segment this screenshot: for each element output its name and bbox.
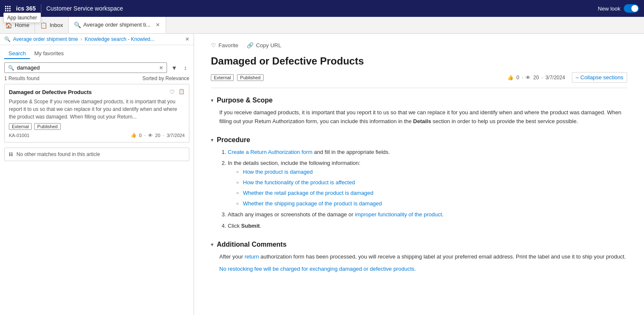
chevron-additional-icon: ▾ <box>211 242 213 248</box>
tab-bar: 🏠 Home 📋 Inbox 🔍 Average order shipment … <box>0 17 644 34</box>
procedure-step-4: Click Submit. <box>228 222 627 231</box>
sorted-by: Sorted by Relevance <box>143 75 189 81</box>
result-meta: KA-01001 👍 0 · 👁 20 · 3/7/2024 <box>9 132 185 138</box>
new-look-label: New look <box>598 5 620 12</box>
article-views: 20 <box>533 75 539 81</box>
app-logo: ics 365 <box>16 5 36 12</box>
procedure-subitem-3: Whether the retail package of the produc… <box>236 189 627 198</box>
result-title: Damaged or Defective Products <box>9 89 92 95</box>
copy-icon[interactable]: 📋 <box>178 89 185 95</box>
toggle-knob <box>631 5 638 12</box>
minus-icon: – <box>576 74 579 81</box>
section-purpose-content: If you receive damaged products, it is i… <box>219 108 627 126</box>
tab-my-favorites[interactable]: My favorites <box>30 48 68 59</box>
article-tag-published: Published <box>237 74 263 81</box>
procedure-subitem-2: How the functionality of the product is … <box>236 178 627 187</box>
procedure-step-3: Attach any images or screenshots of the … <box>228 210 627 219</box>
filter-button[interactable]: ▼ <box>169 63 180 73</box>
no-match-message: ℹ No other matches found in this article <box>4 148 189 161</box>
top-bar: ics 365 Customer Service workspace New l… <box>0 0 644 17</box>
chevron-purpose-icon: ▾ <box>211 97 213 103</box>
procedure-subitem-1: How the product is damaged <box>236 168 627 177</box>
top-bar-divider <box>41 4 41 13</box>
search-area: Search My favorites 🔍 ✕ ▼ ↕ 1 Results fo… <box>0 45 194 84</box>
tab-search[interactable]: Search <box>4 48 30 59</box>
search-input[interactable] <box>17 65 156 71</box>
section-purpose: ▾ Purpose & Scope If you receive damaged… <box>211 97 627 126</box>
breadcrumb-search-icon: 🔍 <box>4 36 11 42</box>
result-tags: External Published <box>9 123 185 130</box>
procedure-subitem-4: Whether the shipping package of the prod… <box>236 199 627 208</box>
article-stats: 👍 0 · 👁 20 · 3/7/2024 <box>507 75 565 81</box>
results-info: 1 Results found Sorted by Relevance <box>4 75 189 84</box>
results-count: 1 Results found <box>4 75 39 81</box>
section-additional-content: After your return authorization form has… <box>219 253 627 274</box>
favorite-icon[interactable] <box>170 89 175 95</box>
article-views-icon: 👁 <box>525 75 531 81</box>
tab-shipment[interactable]: 🔍 Average order shipment ti... ✕ <box>69 17 166 33</box>
no-match-text: No other matches found in this article <box>16 151 100 157</box>
app-launcher-tooltip: App launcher <box>3 13 41 23</box>
tag-external: External <box>9 123 32 130</box>
section-procedure: ▾ Procedure Create a Return Authorizatio… <box>211 136 627 231</box>
article-date: 3/7/2024 <box>167 133 185 138</box>
section-purpose-header[interactable]: ▾ Purpose & Scope <box>211 97 627 104</box>
favorite-label: Favorite <box>218 42 238 48</box>
favorite-heart-icon: ♡ <box>211 42 216 48</box>
info-icon: ℹ <box>9 151 13 157</box>
favorite-button[interactable]: ♡ Favorite <box>211 42 238 48</box>
search-tab-icon: 🔍 <box>74 22 81 28</box>
new-look-toggle[interactable] <box>624 4 639 13</box>
left-panel: 🔍 Average order shipment time › Knowledg… <box>0 34 194 315</box>
article-title: Damaged or Defective Products <box>211 55 627 67</box>
search-box[interactable]: 🔍 ✕ <box>4 62 167 73</box>
article-tag-external: External <box>211 74 234 81</box>
result-stats: 👍 0 · 👁 20 · 3/7/2024 <box>131 132 185 138</box>
chevron-procedure-icon: ▾ <box>211 137 213 143</box>
article-id: KA-01001 <box>9 133 30 138</box>
breadcrumb-shipment[interactable]: Average order shipment time <box>13 36 78 42</box>
workspace-title: Customer Service workspace <box>46 5 123 12</box>
search-controls: 🔍 ✕ ▼ ↕ <box>4 62 189 73</box>
tag-published: Published <box>34 123 60 130</box>
tab-shipment-close[interactable]: ✕ <box>155 21 161 29</box>
main-layout: 🔍 Average order shipment time › Knowledg… <box>0 34 644 315</box>
clear-search-icon[interactable]: ✕ <box>159 65 163 71</box>
result-actions: 📋 <box>170 89 185 95</box>
search-icon: 🔍 <box>8 65 14 71</box>
article-thumbsup: 0 <box>516 75 519 81</box>
section-additional-header[interactable]: ▾ Additional Comments <box>211 241 627 248</box>
article-actions: ♡ Favorite 🔗 Copy URL <box>211 42 627 48</box>
article-meta-row: External Published 👍 0 · 👁 20 · 3/7/2024… <box>211 72 627 88</box>
article-thumbsup-icon: 👍 <box>507 75 514 81</box>
top-bar-right: New look <box>598 4 639 13</box>
views-count: 20 <box>155 133 160 138</box>
tab-inbox-label: Inbox <box>50 22 63 28</box>
thumbsup-icon: 👍 <box>131 132 137 138</box>
collapse-label: Collapse sections <box>580 74 623 81</box>
link-icon: 🔗 <box>247 42 253 48</box>
inbox-icon: 📋 <box>40 22 47 29</box>
result-card-1[interactable]: Damaged or Defective Products 📋 Purpose … <box>4 84 189 143</box>
copy-url-label: Copy URL <box>256 42 281 48</box>
breadcrumb-close-icon[interactable]: ✕ <box>185 36 189 42</box>
breadcrumb-bar: 🔍 Average order shipment time › Knowledg… <box>0 34 194 45</box>
sort-button[interactable]: ↕ <box>181 63 189 73</box>
section-additional-title: Additional Comments <box>217 241 286 248</box>
breadcrumb-knowledge[interactable]: Knowledge search - Knowled... <box>85 36 154 42</box>
section-purpose-title: Purpose & Scope <box>217 97 272 104</box>
collapse-sections-button[interactable]: – Collapse sections <box>572 72 627 83</box>
tab-shipment-label: Average order shipment ti... <box>84 22 151 28</box>
views-icon: 👁 <box>148 133 153 138</box>
section-procedure-header[interactable]: ▾ Procedure <box>211 136 627 144</box>
result-excerpt: Purpose & Scope If you receive damaged p… <box>9 98 185 121</box>
app-launcher-icon[interactable] <box>5 6 11 11</box>
search-tabs: Search My favorites <box>4 48 189 59</box>
section-procedure-title: Procedure <box>217 136 250 144</box>
thumbsup-count: 0 <box>139 133 142 138</box>
tab-home-label: Home <box>15 22 30 28</box>
procedure-step-1: Create a Return Authorization form and f… <box>228 148 627 157</box>
article-date: 3/7/2024 <box>545 75 565 81</box>
result-card-header: Damaged or Defective Products 📋 <box>9 89 185 95</box>
copy-url-button[interactable]: 🔗 Copy URL <box>247 42 281 48</box>
